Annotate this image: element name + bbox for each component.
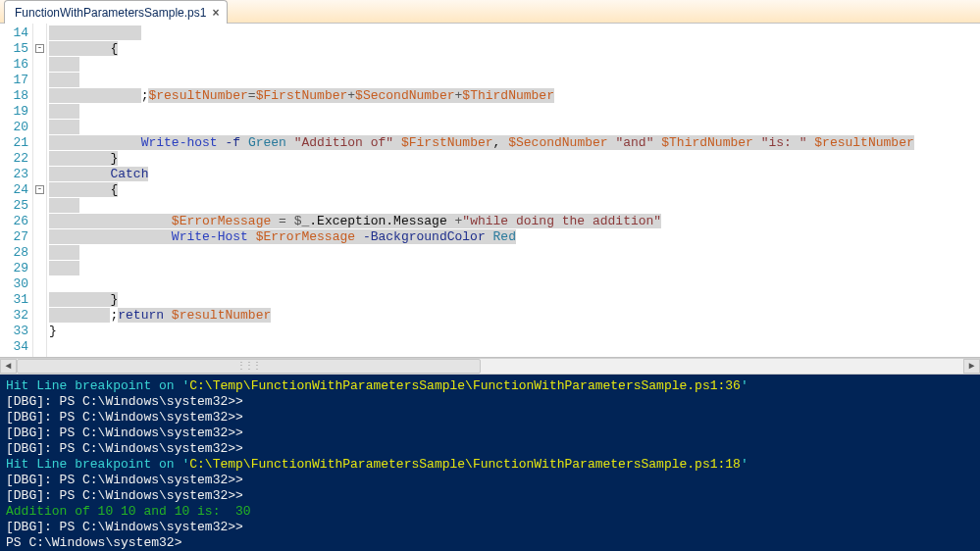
line-number: 30 (2, 276, 28, 292)
line-number: 27 (2, 229, 28, 245)
console-line: [DBG]: PS C:\Windows\system32>> (6, 410, 974, 426)
code-line[interactable]: $ErrorMessage = $_.Exception.Message +"w… (49, 214, 980, 229)
code-line[interactable] (49, 261, 980, 276)
line-number: 25 (2, 198, 28, 214)
code-line[interactable]: { (49, 41, 980, 57)
scroll-right-arrow-icon[interactable]: ► (963, 359, 980, 374)
code-line[interactable] (49, 73, 980, 88)
console-line: [DBG]: PS C:\Windows\system32>> (6, 520, 974, 535)
line-number-gutter: 1415161718192021222324252627282930313233… (0, 24, 33, 357)
scroll-thumb[interactable] (17, 359, 481, 374)
scroll-track[interactable] (17, 359, 963, 374)
line-number: 23 (2, 167, 28, 182)
code-line[interactable] (49, 104, 980, 120)
fold-column[interactable]: -- (33, 24, 47, 357)
code-line[interactable] (49, 198, 980, 214)
line-number: 29 (2, 261, 28, 276)
code-line[interactable]: ;$resultNumber=$FirstNumber+$SecondNumbe… (49, 88, 980, 104)
line-number: 31 (2, 292, 28, 308)
line-number: 34 (2, 339, 28, 355)
line-number: 26 (2, 214, 28, 229)
console-line: [DBG]: PS C:\Windows\system32>> (6, 426, 974, 441)
console-line: [DBG]: PS C:\Windows\system32>> (6, 473, 974, 488)
tab-bar: FunctionWithParametersSample.ps1 × (0, 0, 980, 24)
code-line[interactable]: Write-Host $ErrorMessage -BackgroundColo… (49, 229, 980, 245)
line-number: 20 (2, 120, 28, 135)
code-line[interactable]: } (49, 324, 980, 339)
code-line[interactable]: } (49, 292, 980, 308)
code-line[interactable]: { (49, 182, 980, 198)
code-line[interactable]: ;return $resultNumber (49, 308, 980, 324)
scroll-left-arrow-icon[interactable]: ◄ (0, 359, 17, 374)
console-line: Hit Line breakpoint on 'C:\Temp\Function… (6, 378, 974, 394)
editor-area: 1415161718192021222324252627282930313233… (0, 24, 980, 375)
line-number: 17 (2, 73, 28, 88)
console-line: Addition of 10 10 and 10 is: 30 (6, 504, 974, 520)
code-line[interactable]: Catch (49, 167, 980, 182)
line-number: 18 (2, 88, 28, 104)
code-line[interactable] (49, 245, 980, 261)
line-number: 24 (2, 182, 28, 198)
line-number: 16 (2, 57, 28, 73)
code-line[interactable] (49, 339, 980, 355)
console-pane[interactable]: Hit Line breakpoint on 'C:\Temp\Function… (0, 375, 980, 551)
line-number: 32 (2, 308, 28, 324)
line-number: 28 (2, 245, 28, 261)
close-icon[interactable]: × (212, 7, 219, 19)
code-line[interactable] (49, 276, 980, 292)
code-line[interactable] (49, 25, 980, 41)
code-line[interactable] (49, 120, 980, 135)
code-line[interactable]: #Parameters - how to pass parameter to t… (49, 355, 980, 357)
console-line: [DBG]: PS C:\Windows\system32>> (6, 394, 974, 410)
code-editor[interactable]: 1415161718192021222324252627282930313233… (0, 24, 980, 358)
code-line[interactable]: Write-host -f Green "Addition of" $First… (49, 135, 980, 151)
console-line: Hit Line breakpoint on 'C:\Temp\Function… (6, 457, 974, 473)
line-number: 33 (2, 324, 28, 339)
horizontal-scrollbar[interactable]: ◄ ► (0, 358, 980, 375)
code-line[interactable] (49, 57, 980, 73)
code-line[interactable]: } (49, 151, 980, 167)
line-number: 21 (2, 135, 28, 151)
console-line: PS C:\Windows\system32> (6, 535, 974, 551)
line-number: 19 (2, 104, 28, 120)
tab-filename: FunctionWithParametersSample.ps1 (15, 6, 206, 20)
tab-file[interactable]: FunctionWithParametersSample.ps1 × (4, 0, 228, 24)
line-number: 14 (2, 25, 28, 41)
fold-toggle-icon[interactable]: - (35, 185, 44, 194)
code-content[interactable]: { ;$resultNumber=$FirstNumber+$SecondNum… (47, 24, 980, 357)
fold-toggle-icon[interactable]: - (35, 44, 44, 53)
console-line: [DBG]: PS C:\Windows\system32>> (6, 441, 974, 457)
line-number: 22 (2, 151, 28, 167)
line-number: 15 (2, 41, 28, 57)
console-line: [DBG]: PS C:\Windows\system32>> (6, 488, 974, 504)
